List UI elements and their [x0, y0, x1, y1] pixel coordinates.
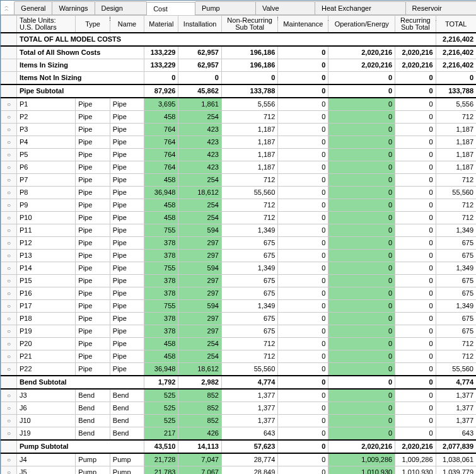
cell-inst: 62,957: [178, 46, 221, 59]
table-row[interactable]: ○P12PipePipe378297675000675: [1, 237, 477, 250]
row-header: ○: [1, 161, 17, 174]
table-row[interactable]: ○J6BendBend5258521,3770001,377: [1, 402, 477, 415]
table-row[interactable]: Items In Sizing133,22962,957196,18602,02…: [1, 59, 477, 72]
table-row[interactable]: ○P11PipePipe7555941,3490001,349: [1, 224, 477, 237]
table-row[interactable]: ○P7PipePipe458254712000712: [1, 174, 477, 187]
header-name[interactable]: Name: [110, 16, 144, 33]
header-type[interactable]: Type: [76, 16, 110, 33]
header-maintenance[interactable]: Maintenance: [278, 16, 328, 33]
table-row[interactable]: ○P21PipePipe458254712000712: [1, 350, 477, 363]
table-row[interactable]: Bend Subtotal1,7922,9824,7740004,774: [1, 376, 477, 389]
tab-valve-summary[interactable]: Valve Summary: [255, 1, 315, 14]
header-nonrecurring[interactable]: Non-RecurringSub Total: [221, 16, 277, 33]
tab-heat-exchanger-summary[interactable]: Heat Exchanger Summary: [315, 1, 406, 14]
header-total[interactable]: TOTAL: [436, 16, 476, 33]
cell-op: 0: [328, 224, 395, 237]
table-row[interactable]: ○P22PipePipe36,94818,61255,56000055,560: [1, 363, 477, 376]
table-row[interactable]: ○P8PipePipe36,94818,61255,56000055,560: [1, 187, 477, 199]
report-tabs: GeneralWarningsDesign AlertsCost ReportP…: [14, 1, 476, 14]
table-row[interactable]: Items Not In Sizing0000000: [1, 72, 477, 85]
cell-rec: 0: [395, 187, 436, 199]
item-id: P17: [17, 300, 76, 313]
row-header: ○: [1, 224, 17, 237]
item-name: Pipe: [110, 287, 144, 300]
item-id: P10: [17, 212, 76, 224]
header-recurring[interactable]: RecurringSub Total: [395, 16, 436, 33]
tab-warnings[interactable]: Warnings: [52, 1, 95, 14]
table-row[interactable]: ○P16PipePipe378297675000675: [1, 287, 477, 300]
cell-mat: 764: [144, 149, 178, 161]
cell-nr: 196,186: [221, 46, 277, 59]
cell-rec: 0: [395, 212, 436, 224]
collapse-chevron-icon[interactable]: ︿︿: [1, 4, 13, 11]
item-name: Pump: [110, 453, 144, 466]
cell-tot: 712: [436, 212, 476, 224]
tab-cost-report[interactable]: Cost Report: [146, 2, 195, 15]
cell-rec: 0: [395, 275, 436, 287]
cell-nr: 712: [221, 212, 277, 224]
table-row[interactable]: ○P4PipePipe7644231,1870001,187: [1, 136, 477, 149]
table-row[interactable]: ○J10BendBend5258521,3770001,377: [1, 415, 477, 427]
cell-tot: 1,187: [436, 124, 476, 136]
table-row[interactable]: ○P6PipePipe7644231,1870001,187: [1, 161, 477, 174]
cell-rec: 0: [395, 300, 436, 313]
table-row[interactable]: ○P2PipePipe458254712000712: [1, 111, 477, 124]
tab-pump-summary[interactable]: Pump Summary: [195, 1, 256, 14]
table-row[interactable]: ○P17PipePipe7555941,3490001,349: [1, 300, 477, 313]
header-installation[interactable]: Installation: [178, 16, 221, 33]
cell-tot: 1,039,779: [436, 466, 476, 475]
cell-tot: 712: [436, 174, 476, 187]
item-type: Pipe: [76, 237, 110, 250]
header-material[interactable]: Material: [144, 16, 178, 33]
table-row[interactable]: ○P3PipePipe7644231,1870001,187: [1, 124, 477, 136]
table-row[interactable]: ○P9PipePipe458254712000712: [1, 199, 477, 212]
table-row[interactable]: ○J5PumpPump21,7837,06728,84901,010,9301,…: [1, 466, 477, 475]
cost-report-grid[interactable]: Table Units:U.S. Dollars Type Name Mater…: [1, 15, 476, 474]
table-row[interactable]: ○J4PumpPump21,7287,04728,77401,009,2861,…: [1, 453, 477, 466]
table-row[interactable]: ○P20PipePipe458254712000712: [1, 338, 477, 350]
item-name: Pipe: [110, 224, 144, 237]
row-header: [1, 46, 17, 59]
cell-rec: 0: [395, 124, 436, 136]
item-id: P14: [17, 262, 76, 275]
table-row[interactable]: ○P19PipePipe378297675000675: [1, 325, 477, 338]
table-row[interactable]: TOTAL OF ALL MODEL COSTS2,216,402: [1, 33, 477, 46]
cell-rec: 0: [395, 376, 436, 389]
table-row[interactable]: ○J3BendBend5258521,3770001,377: [1, 389, 477, 402]
table-row[interactable]: ○P13PipePipe378297675000675: [1, 250, 477, 262]
cell-inst: 0: [178, 72, 221, 85]
header-units[interactable]: Table Units:U.S. Dollars: [17, 16, 76, 33]
table-row[interactable]: ○P1PipePipe3,6951,8615,5560005,556: [1, 98, 477, 111]
item-name: Pipe: [110, 111, 144, 124]
cell-mnt: 0: [278, 313, 328, 325]
cell-mat: 458: [144, 111, 178, 124]
cell-inst: 423: [178, 136, 221, 149]
cell-mat: 458: [144, 338, 178, 350]
cell-op: 0: [328, 262, 395, 275]
tab-general[interactable]: General: [14, 1, 52, 14]
cell-nr: 28,849: [221, 466, 277, 475]
table-row[interactable]: ○P18PipePipe378297675000675: [1, 313, 477, 325]
cell-mat: 525: [144, 415, 178, 427]
table-row[interactable]: ○P10PipePipe458254712000712: [1, 212, 477, 224]
cell-inst: 423: [178, 149, 221, 161]
row-header: [1, 84, 17, 98]
tab-design-alerts[interactable]: Design Alerts: [95, 1, 148, 14]
table-row[interactable]: Total of All Shown Costs133,22962,957196…: [1, 46, 477, 59]
table-row[interactable]: Pump Subtotal43,51014,11357,62302,020,21…: [1, 440, 477, 453]
tab-reservoir-summary[interactable]: Reservoir Summary: [405, 1, 476, 14]
table-row[interactable]: ○P5PipePipe7644231,1870001,187: [1, 149, 477, 161]
row-header: ○: [1, 98, 17, 111]
cell-rec: 0: [395, 237, 436, 250]
header-operation[interactable]: Operation/Energy: [328, 16, 395, 33]
table-row[interactable]: Pipe Subtotal87,92645,862133,788000133,7…: [1, 84, 477, 98]
cell-mat: 378: [144, 287, 178, 300]
cell-mat: 378: [144, 325, 178, 338]
cell-mnt: 0: [278, 212, 328, 224]
table-row[interactable]: ○P14PipePipe7555941,3490001,349: [1, 262, 477, 275]
table-row[interactable]: ○P15PipePipe378297675000675: [1, 275, 477, 287]
table-row[interactable]: ○J19BendBend217426643000643: [1, 427, 477, 441]
item-type: Pipe: [76, 300, 110, 313]
cell-mnt: 0: [278, 453, 328, 466]
cell-mnt: 0: [278, 46, 328, 59]
